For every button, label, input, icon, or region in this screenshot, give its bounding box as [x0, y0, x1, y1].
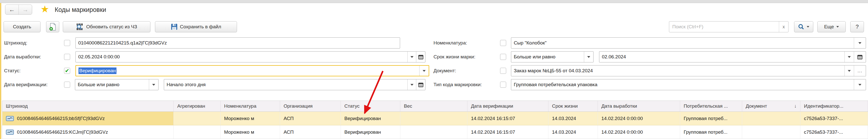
cell-document[interactable]	[742, 112, 800, 125]
verification-date-field[interactable]: Начало этого дня	[164, 79, 425, 90]
cell-status[interactable]: Верифицирован	[341, 112, 400, 125]
column-header-nomenclature[interactable]: Номенклатура	[221, 101, 280, 111]
column-header-production-date[interactable]: Дата выработки	[598, 101, 680, 111]
cell-verification-date[interactable]: 14.02.2024 16:15:07	[467, 112, 549, 125]
cell-consumer-pack[interactable]: Групповая потреб...	[680, 125, 742, 139]
cell-aggregated[interactable]	[174, 125, 221, 139]
column-header-identifier[interactable]: Идентификатор...	[800, 101, 868, 111]
cell-value: c7526a53-7337-...	[804, 129, 843, 135]
cell-organization[interactable]: АСП	[280, 112, 341, 125]
production-date-calendar-button[interactable]	[416, 51, 425, 62]
check-icon: ✔	[65, 68, 69, 74]
cell-lifetime[interactable]: 14.03.2024	[549, 112, 598, 125]
help-button[interactable]: ?	[850, 21, 864, 32]
mark-lifetime-comparison-dropdown-button[interactable]	[584, 51, 593, 62]
nomenclature-filter-checkbox[interactable]	[500, 40, 506, 46]
forward-button[interactable]: →	[19, 5, 32, 14]
cell-aggregated[interactable]	[174, 112, 221, 125]
nomenclature-dropdown-button[interactable]	[854, 38, 866, 48]
save-to-file-label: Сохранить в файл	[180, 24, 221, 30]
status-filter-checkbox[interactable]: ✔	[64, 68, 70, 74]
mark-lifetime-dropdown-button[interactable]	[844, 51, 854, 62]
cell-lifetime[interactable]: 14.03.2024	[549, 125, 598, 139]
cell-nomenclature[interactable]: Мороженко м	[221, 125, 280, 139]
verification-date-filter-checkbox[interactable]	[64, 82, 70, 88]
column-header-label: Срок жизни	[552, 103, 578, 109]
favorite-star-icon[interactable]: ★	[40, 4, 49, 15]
search-clear-button[interactable]: x	[779, 22, 788, 32]
back-button[interactable]: ←	[5, 5, 19, 14]
column-header-document[interactable]: Документ ↓	[742, 101, 800, 111]
cell-verification-date[interactable]: 14.02.2024 16:15:07	[467, 125, 549, 139]
code-type-filter-field[interactable]: Групповая потребительская упаковка	[511, 79, 866, 90]
forward-arrow-icon: →	[22, 6, 28, 13]
cell-production-date[interactable]: 14.02.2024 0:00:00	[598, 125, 680, 139]
status-filter-field[interactable]: Верифицирован	[75, 65, 429, 76]
column-header-weight[interactable]: Вес	[400, 101, 467, 111]
calendar-icon	[418, 54, 423, 59]
column-header-label: Дата верификации	[471, 103, 513, 109]
document-choose-button[interactable]: ...	[854, 65, 866, 76]
more-button[interactable]: Еще	[817, 21, 846, 32]
search-input[interactable]	[669, 22, 779, 32]
verification-date-comparison-select[interactable]: Больше или равно	[75, 79, 158, 90]
code-type-filter-checkbox[interactable]	[500, 82, 506, 88]
cell-value: 14.02.2024 16:15:07	[471, 129, 515, 135]
column-header-barcode[interactable]: Штрихкод	[2, 101, 174, 111]
search-button[interactable]	[794, 21, 813, 32]
barcode-filter-checkbox[interactable]	[64, 40, 70, 46]
column-header-lifetime[interactable]: Срок жизни	[549, 101, 598, 111]
cell-production-date[interactable]: 14.02.2024 0:00:00	[598, 112, 680, 125]
status-dropdown-button[interactable]	[419, 66, 429, 76]
cell-value: 14.02.2024 0:00:00	[601, 116, 643, 121]
document-dropdown-button[interactable]	[844, 65, 854, 76]
column-header-aggregated[interactable]: Агрегирован	[174, 101, 221, 111]
copy-document-icon	[49, 23, 56, 31]
document-filter-field[interactable]: Заказ марок №ЦБ-55 от 04.03.2024 ...	[511, 65, 866, 76]
code-type-dropdown-button[interactable]	[854, 79, 866, 90]
chevron-down-icon	[858, 42, 861, 44]
refresh-status-button[interactable]: Обновить статус из ЧЗ	[63, 21, 150, 32]
table-row[interactable]: 0100846546465466215;bbSf|ГС|93dGVz Морож…	[2, 112, 868, 125]
cell-weight[interactable]	[400, 112, 467, 125]
save-to-file-button[interactable]: Сохранить в файл	[155, 21, 237, 32]
document-filter-checkbox[interactable]	[500, 68, 506, 74]
cell-value: Верифицирован	[344, 129, 381, 135]
cell-value: АСП	[284, 129, 294, 135]
cell-consumer-pack[interactable]: Групповая потреб...	[680, 112, 742, 125]
barcode-scan-icon	[76, 23, 84, 31]
floppy-disk-icon	[171, 24, 178, 30]
cell-status[interactable]: Верифицирован	[341, 125, 400, 139]
verification-date-dropdown-button[interactable]	[407, 79, 416, 90]
verification-date-comparison-dropdown-button[interactable]	[149, 79, 158, 90]
cell-organization[interactable]: АСП	[280, 125, 341, 139]
create-by-copy-button[interactable]	[46, 21, 59, 32]
nomenclature-filter-value: Сыр "Колобок"	[511, 38, 854, 48]
production-date-dropdown-button[interactable]	[407, 51, 416, 62]
cell-identifier[interactable]: c7526a53-7337-...	[800, 125, 868, 139]
chevron-down-icon	[848, 56, 851, 58]
production-date-filter-field[interactable]: 02.05.2024 0:00:00	[75, 51, 425, 62]
production-date-filter-checkbox[interactable]	[64, 54, 70, 60]
barcode-filter-input[interactable]	[75, 37, 400, 48]
column-header-label: Вес	[404, 103, 412, 109]
column-header-consumer-pack[interactable]: Потребительская ...	[680, 101, 742, 111]
column-header-status[interactable]: Статус	[341, 101, 400, 111]
mark-lifetime-date-field[interactable]: 02.06.2024	[599, 51, 866, 62]
create-button[interactable]: Создать	[4, 21, 40, 32]
cell-identifier[interactable]: c7526a53-7337-...	[800, 112, 868, 125]
column-header-verification-date[interactable]: Дата верификации	[467, 101, 549, 111]
table-row[interactable]: 0100846546465466215:KCJm|ГС|93dGVz Морож…	[2, 125, 868, 139]
mark-lifetime-filter-checkbox[interactable]	[500, 54, 506, 60]
cell-document[interactable]	[742, 125, 800, 139]
nomenclature-filter-field[interactable]: Сыр "Колобок"	[511, 37, 866, 48]
cell-barcode[interactable]: 0100846546465466215:KCJm|ГС|93dGVz	[2, 125, 174, 139]
mark-lifetime-comparison-select[interactable]: Больше или равно	[511, 51, 593, 62]
cell-weight[interactable]	[400, 125, 467, 139]
cell-nomenclature[interactable]: Мороженко м	[221, 112, 280, 125]
verification-date-calendar-button[interactable]	[416, 79, 425, 90]
cell-barcode[interactable]: 0100846546465466215;bbSf|ГС|93dGVz	[2, 112, 174, 125]
document-filter-label: Документ:	[433, 65, 456, 76]
column-header-organization[interactable]: Организация	[280, 101, 341, 111]
mark-lifetime-calendar-button[interactable]	[854, 51, 866, 62]
